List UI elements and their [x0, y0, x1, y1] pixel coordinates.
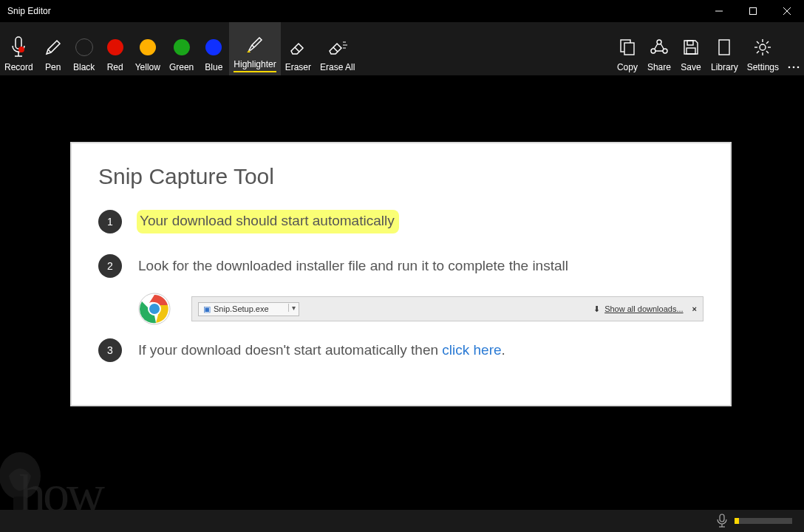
captured-page: Snip Capture Tool 1 Your download should… [70, 142, 732, 406]
svg-point-15 [651, 49, 655, 53]
step-2-text: Look for the downloaded installer file a… [138, 258, 568, 274]
share-button[interactable]: Share [643, 22, 675, 75]
save-label: Save [681, 62, 701, 72]
settings-label: Settings [747, 62, 779, 72]
step-3-text: If your download doesn't start automatic… [138, 342, 505, 358]
library-icon [717, 33, 732, 62]
pen-icon [44, 33, 63, 62]
erase-all-label: Erase All [320, 62, 355, 72]
red-label: Red [107, 62, 123, 72]
close-downloads-button[interactable]: × [692, 304, 697, 313]
installer-icon: ▣ [203, 304, 211, 313]
color-red-button[interactable]: Red [100, 22, 131, 75]
download-example: ▣Snip.Setup.exe ⬇ Show all downloads... … [138, 293, 704, 325]
minimize-button[interactable] [702, 0, 736, 22]
erase-all-icon [327, 33, 349, 62]
step-2-number: 2 [98, 254, 122, 278]
microphone-status-icon [717, 514, 727, 528]
color-blue-button[interactable]: Blue [198, 22, 229, 75]
green-label: Green [169, 62, 194, 72]
svg-point-7 [18, 47, 24, 52]
svg-rect-13 [624, 43, 634, 55]
yellow-swatch-icon [140, 39, 156, 55]
gear-icon [753, 33, 772, 62]
settings-button[interactable]: Settings [743, 22, 783, 75]
svg-rect-18 [687, 48, 695, 54]
color-black-button[interactable]: Black [69, 22, 100, 75]
black-swatch-icon [75, 38, 93, 56]
svg-line-28 [757, 51, 759, 53]
toolbar: Record Pen Black Red Yellow Green Blue H… [0, 22, 804, 75]
blue-swatch-icon [205, 39, 222, 55]
chrome-icon [138, 293, 171, 325]
svg-point-34 [149, 304, 160, 314]
close-button[interactable] [770, 0, 804, 22]
svg-point-20 [760, 44, 766, 50]
eraser-icon [288, 33, 307, 62]
highlighter-button[interactable]: Highlighter [229, 22, 280, 75]
svg-point-30 [793, 66, 795, 69]
library-label: Library [711, 62, 738, 72]
step-3-number: 3 [98, 338, 122, 362]
step-3-suffix: . [502, 342, 505, 358]
eraser-button[interactable]: Eraser [281, 22, 316, 75]
svg-line-27 [766, 41, 769, 44]
svg-line-11 [333, 47, 338, 52]
record-button[interactable]: Record [0, 22, 38, 75]
svg-point-31 [797, 66, 800, 69]
microphone-icon [10, 33, 27, 62]
highlighter-icon [245, 30, 265, 59]
svg-line-9 [252, 45, 254, 47]
erase-all-button[interactable]: Erase All [316, 22, 359, 75]
color-green-button[interactable]: Green [165, 22, 198, 75]
svg-rect-1 [750, 8, 757, 15]
save-icon [682, 33, 700, 62]
svg-line-10 [295, 47, 299, 52]
green-swatch-icon [174, 39, 190, 55]
library-button[interactable]: Library [706, 22, 743, 75]
download-file[interactable]: ▣Snip.Setup.exe [198, 302, 299, 316]
status-bar [0, 510, 804, 532]
black-label: Black [73, 62, 95, 72]
svg-rect-19 [719, 40, 729, 55]
download-bar: ▣Snip.Setup.exe ⬇ Show all downloads... … [191, 296, 704, 321]
svg-point-29 [788, 66, 791, 69]
maximize-button[interactable] [736, 0, 770, 22]
more-button[interactable] [783, 22, 804, 75]
step-3: 3 If your download doesn't start automat… [98, 338, 704, 362]
click-here-link[interactable]: click here [442, 342, 501, 358]
svg-line-25 [757, 41, 759, 44]
share-icon [650, 33, 669, 62]
share-label: Share [647, 62, 671, 72]
eraser-label: Eraser [285, 62, 311, 72]
record-label: Record [4, 62, 33, 72]
svg-rect-17 [687, 41, 693, 45]
color-yellow-button[interactable]: Yellow [131, 22, 165, 75]
yellow-label: Yellow [135, 62, 160, 72]
svg-point-16 [663, 49, 667, 53]
download-arrow-icon: ⬇ [593, 304, 600, 314]
svg-rect-37 [720, 514, 724, 522]
pen-button[interactable]: Pen [38, 22, 69, 75]
more-icon [788, 40, 800, 72]
show-all-downloads-link[interactable]: Show all downloads... [604, 304, 683, 313]
step-2: 2 Look for the downloaded installer file… [98, 254, 704, 278]
window-title: Snip Editor [7, 6, 51, 16]
step-1: 1 Your download should start automatical… [98, 210, 704, 233]
copy-label: Copy [617, 62, 638, 72]
save-button[interactable]: Save [675, 22, 706, 75]
step-3-prefix: If your download doesn't start automatic… [138, 342, 442, 358]
download-file-name: Snip.Setup.exe [214, 304, 269, 313]
step-1-number: 1 [98, 210, 122, 233]
copy-button[interactable]: Copy [612, 22, 643, 75]
title-bar: Snip Editor [0, 0, 804, 22]
highlighter-label: Highlighter [234, 59, 276, 72]
red-swatch-icon [107, 39, 123, 55]
canvas-area[interactable]: Snip Capture Tool 1 Your download should… [0, 75, 804, 510]
copy-icon [619, 33, 636, 62]
svg-line-8 [48, 50, 51, 52]
audio-level-meter [735, 518, 792, 524]
svg-line-26 [766, 51, 769, 53]
step-1-text: Your download should start automatically [138, 211, 398, 232]
pen-label: Pen [45, 62, 61, 72]
